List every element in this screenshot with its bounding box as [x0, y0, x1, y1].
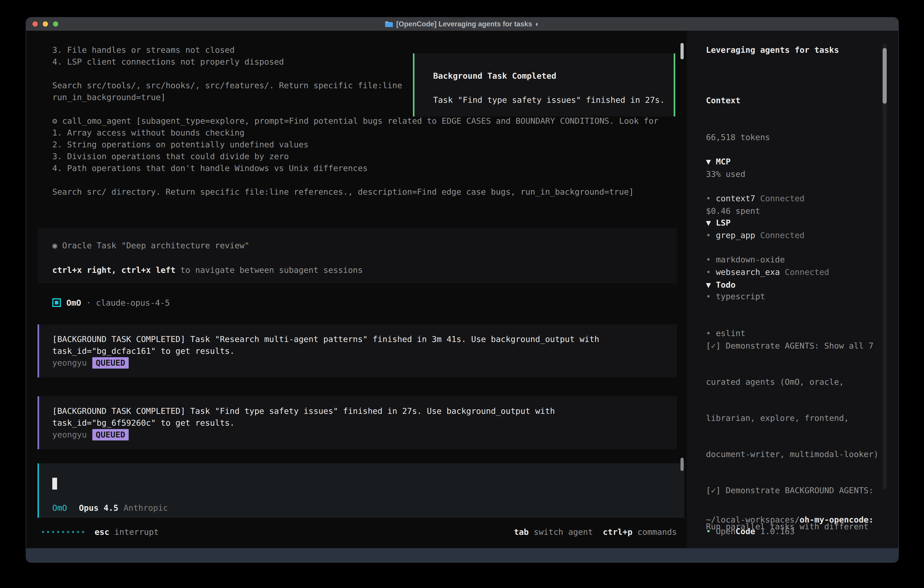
input-agent-name: OmO [52, 503, 67, 512]
hint-keys: ctrl+x right, ctrl+x left [52, 265, 175, 275]
toast-notification[interactable]: Background Task Completed Task "Find typ… [413, 53, 675, 116]
session-title: Leveraging agents for tasks [706, 44, 839, 56]
todo-line: [✓] Demonstrate AGENTS: Show all 7 [706, 340, 888, 352]
chevron-down-icon: ▼ [706, 157, 711, 166]
terminal-line: 2. String operations on potentially unde… [52, 139, 658, 150]
status-badge: QUEUED [92, 357, 129, 368]
hint-text: to navigate between subagent sessions [175, 265, 363, 275]
workspace-path-line: ~/local-workspaces/oh-my-opencode: [706, 514, 873, 526]
zoom-button-icon[interactable] [53, 21, 58, 26]
version-number: 1.0.163 [755, 527, 795, 536]
window-bottom-bar [26, 548, 898, 562]
agent-square-icon [52, 298, 61, 307]
terminal-line: Search src/ directory. Return specific f… [52, 186, 658, 198]
context-header: Context [706, 94, 770, 107]
tab-key-label: switch agent [534, 527, 593, 537]
agent-name: OmO [66, 298, 81, 307]
bullet-icon: • [706, 527, 711, 536]
main-scrollbar-thumb[interactable] [680, 458, 684, 471]
esc-key-label: interrupt [114, 527, 159, 537]
workspace-repo: oh-my-opencode: [800, 515, 873, 524]
sidebar-scrollbar-track[interactable] [883, 44, 887, 489]
tab-key-hint: tab [514, 527, 529, 537]
terminal-line: 4. Path operations that don't handle Win… [52, 162, 658, 174]
input-model-name: Opus 4.5 [79, 503, 118, 512]
tool-call-text: call_omo_agent [subagent_type=explore, p… [62, 116, 659, 126]
background-task-card: [BACKGROUND TASK COMPLETED] Task "Resear… [38, 324, 677, 377]
prompt-input[interactable]: OmO Opus 4.5 Anthropic [38, 463, 684, 518]
minimize-button-icon[interactable] [43, 21, 48, 26]
task-message-line: [BACKGROUND TASK COMPLETED] Task "Resear… [52, 333, 599, 345]
chevron-down-icon: ▼ [706, 218, 711, 227]
todo-line: librarian, explore, frontend, [706, 412, 888, 424]
todo-section-header[interactable]: ▼ Todo [706, 279, 888, 291]
traffic-lights [33, 21, 58, 26]
mcp-section-header[interactable]: ▼ MCP [706, 155, 829, 168]
task-message-line: [BACKGROUND TASK COMPLETED] Task "Find t… [52, 405, 555, 417]
agent-model: claude-opus-4-5 [96, 298, 170, 307]
text-cursor [52, 478, 57, 489]
workspace-info: ~/local-workspaces/oh-my-opencode: maste… [706, 489, 873, 548]
main-scrollbar-thumb[interactable] [680, 43, 684, 59]
close-button-icon[interactable] [33, 21, 38, 26]
version-name: Code [736, 527, 755, 536]
tool-call-line: ⚙call_omo_agent [subagent_type=explore, … [52, 115, 658, 127]
status-bar: esc interrupt tab switch agent ctrl+p co… [26, 526, 677, 538]
session-sidebar: Leveraging agents for tasks Context 66,5… [686, 31, 898, 548]
input-model-provider: Anthropic [124, 503, 168, 512]
gear-icon: ⚙ [52, 116, 57, 126]
agent-separator: · [81, 298, 96, 307]
terminal-line [52, 174, 658, 186]
task-meta: yeongyu QUEUED [52, 429, 555, 441]
chevron-down-icon: ▼ [706, 280, 711, 289]
window-title: [OpenCode] Leveraging agents for tasks [396, 20, 532, 28]
terminal-line: 1. Array access without bounds checking [52, 127, 658, 139]
todo-line: curated agents (OmO, oracle, [706, 376, 888, 388]
activity-dots-icon [42, 531, 84, 533]
oracle-task-title: ◉ Oracle Task "Deep architecture review" [52, 239, 249, 251]
task-message-line: task_id="bg_dcfac161" to get results. [52, 345, 599, 357]
busy-indicator-icon: ◐ [535, 20, 540, 28]
terminal-window: [OpenCode] Leveraging agents for tasks ◐… [26, 17, 899, 563]
lsp-section-header[interactable]: ▼ LSP [706, 217, 785, 229]
task-user: yeongyu [52, 429, 87, 441]
sidebar-scrollbar-thumb[interactable] [883, 48, 887, 104]
agent-header: OmO · claude-opus-4-5 [52, 297, 170, 309]
toast-body: Task "Find type safety issues" finished … [433, 94, 665, 106]
task-meta: yeongyu QUEUED [52, 357, 599, 369]
ctrlp-key-label: commands [637, 527, 677, 537]
todo-line: document-writer, multimodal-looker) [706, 448, 888, 460]
oracle-navigation-hint: ctrl+x right, ctrl+x left to navigate be… [52, 264, 363, 276]
background-task-card: [BACKGROUND TASK COMPLETED] Task "Find t… [38, 396, 677, 449]
folder-icon [385, 21, 393, 28]
ctrlp-key-hint: ctrl+p [603, 527, 632, 537]
status-badge: QUEUED [92, 429, 129, 441]
titlebar[interactable]: [OpenCode] Leveraging agents for tasks ◐ [26, 18, 898, 31]
version-line: • OpenCode 1.0.163 [706, 525, 795, 537]
model-selector: OmO Opus 4.5 Anthropic [52, 502, 168, 514]
toast-title: Background Task Completed [433, 70, 556, 82]
record-icon: ◉ [52, 241, 57, 250]
esc-key-hint: esc [94, 527, 109, 537]
chat-main-pane: 3. File handles or streams not closed 4.… [26, 31, 686, 548]
terminal-line: 3. Division operations that could divide… [52, 150, 658, 162]
oracle-task-box: ◉ Oracle Task "Deep architecture review"… [38, 228, 677, 283]
task-user: yeongyu [52, 357, 87, 369]
task-message-line: task_id="bg_6f59260c" to get results. [52, 417, 555, 429]
